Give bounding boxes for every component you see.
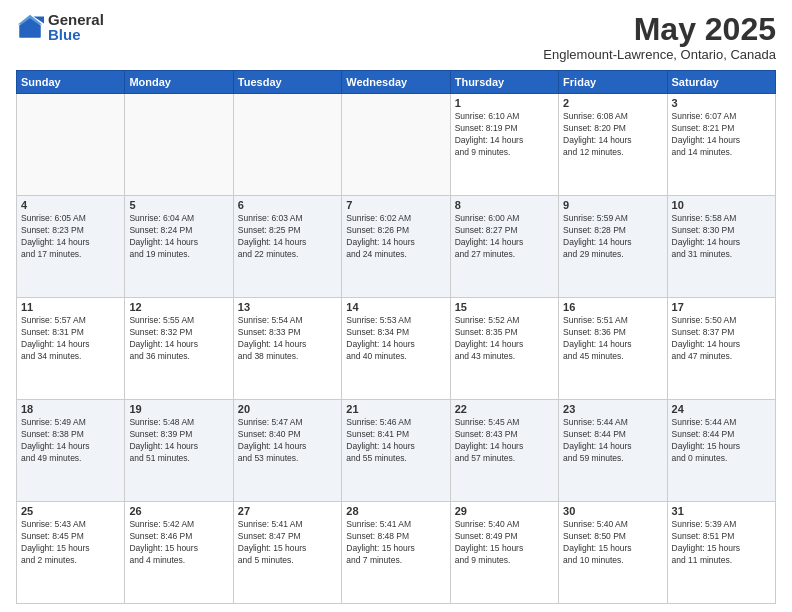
- logo-general-text: General: [48, 12, 104, 27]
- day-number: 11: [21, 301, 120, 313]
- day-number: 16: [563, 301, 662, 313]
- day-number: 19: [129, 403, 228, 415]
- calendar-week-1: 1Sunrise: 6:10 AM Sunset: 8:19 PM Daylig…: [17, 94, 776, 196]
- calendar-cell: 13Sunrise: 5:54 AM Sunset: 8:33 PM Dayli…: [233, 298, 341, 400]
- day-info: Sunrise: 5:53 AM Sunset: 8:34 PM Dayligh…: [346, 315, 445, 363]
- day-info: Sunrise: 6:07 AM Sunset: 8:21 PM Dayligh…: [672, 111, 771, 159]
- day-number: 24: [672, 403, 771, 415]
- day-number: 20: [238, 403, 337, 415]
- day-number: 30: [563, 505, 662, 517]
- day-number: 3: [672, 97, 771, 109]
- day-info: Sunrise: 5:41 AM Sunset: 8:47 PM Dayligh…: [238, 519, 337, 567]
- month-title: May 2025: [543, 12, 776, 47]
- day-info: Sunrise: 5:44 AM Sunset: 8:44 PM Dayligh…: [672, 417, 771, 465]
- day-info: Sunrise: 6:05 AM Sunset: 8:23 PM Dayligh…: [21, 213, 120, 261]
- calendar-week-2: 4Sunrise: 6:05 AM Sunset: 8:23 PM Daylig…: [17, 196, 776, 298]
- day-number: 25: [21, 505, 120, 517]
- calendar-cell: 21Sunrise: 5:46 AM Sunset: 8:41 PM Dayli…: [342, 400, 450, 502]
- calendar-cell: 8Sunrise: 6:00 AM Sunset: 8:27 PM Daylig…: [450, 196, 558, 298]
- calendar-cell: [233, 94, 341, 196]
- day-info: Sunrise: 5:50 AM Sunset: 8:37 PM Dayligh…: [672, 315, 771, 363]
- day-info: Sunrise: 5:42 AM Sunset: 8:46 PM Dayligh…: [129, 519, 228, 567]
- day-number: 15: [455, 301, 554, 313]
- day-number: 6: [238, 199, 337, 211]
- calendar-table: Sunday Monday Tuesday Wednesday Thursday…: [16, 70, 776, 604]
- day-info: Sunrise: 5:51 AM Sunset: 8:36 PM Dayligh…: [563, 315, 662, 363]
- location-subtitle: Englemount-Lawrence, Ontario, Canada: [543, 47, 776, 62]
- day-number: 12: [129, 301, 228, 313]
- logo-icon: [16, 13, 44, 41]
- header: General Blue May 2025 Englemount-Lawrenc…: [16, 12, 776, 62]
- page: General Blue May 2025 Englemount-Lawrenc…: [0, 0, 792, 612]
- calendar-cell: [17, 94, 125, 196]
- calendar-cell: 2Sunrise: 6:08 AM Sunset: 8:20 PM Daylig…: [559, 94, 667, 196]
- day-number: 4: [21, 199, 120, 211]
- header-sunday: Sunday: [17, 71, 125, 94]
- header-monday: Monday: [125, 71, 233, 94]
- calendar-week-4: 18Sunrise: 5:49 AM Sunset: 8:38 PM Dayli…: [17, 400, 776, 502]
- day-number: 2: [563, 97, 662, 109]
- day-info: Sunrise: 6:00 AM Sunset: 8:27 PM Dayligh…: [455, 213, 554, 261]
- header-thursday: Thursday: [450, 71, 558, 94]
- calendar-cell: 3Sunrise: 6:07 AM Sunset: 8:21 PM Daylig…: [667, 94, 775, 196]
- day-info: Sunrise: 6:04 AM Sunset: 8:24 PM Dayligh…: [129, 213, 228, 261]
- day-info: Sunrise: 5:57 AM Sunset: 8:31 PM Dayligh…: [21, 315, 120, 363]
- calendar-cell: 16Sunrise: 5:51 AM Sunset: 8:36 PM Dayli…: [559, 298, 667, 400]
- calendar-cell: [342, 94, 450, 196]
- day-info: Sunrise: 6:10 AM Sunset: 8:19 PM Dayligh…: [455, 111, 554, 159]
- logo-blue-text: Blue: [48, 27, 104, 42]
- day-number: 10: [672, 199, 771, 211]
- calendar-cell: 15Sunrise: 5:52 AM Sunset: 8:35 PM Dayli…: [450, 298, 558, 400]
- calendar-cell: 30Sunrise: 5:40 AM Sunset: 8:50 PM Dayli…: [559, 502, 667, 604]
- calendar-week-5: 25Sunrise: 5:43 AM Sunset: 8:45 PM Dayli…: [17, 502, 776, 604]
- day-number: 7: [346, 199, 445, 211]
- day-info: Sunrise: 5:40 AM Sunset: 8:50 PM Dayligh…: [563, 519, 662, 567]
- day-number: 14: [346, 301, 445, 313]
- day-info: Sunrise: 5:49 AM Sunset: 8:38 PM Dayligh…: [21, 417, 120, 465]
- day-info: Sunrise: 5:40 AM Sunset: 8:49 PM Dayligh…: [455, 519, 554, 567]
- svg-rect-2: [20, 25, 41, 37]
- calendar-cell: 10Sunrise: 5:58 AM Sunset: 8:30 PM Dayli…: [667, 196, 775, 298]
- day-number: 5: [129, 199, 228, 211]
- calendar-cell: [125, 94, 233, 196]
- calendar-cell: 9Sunrise: 5:59 AM Sunset: 8:28 PM Daylig…: [559, 196, 667, 298]
- day-number: 9: [563, 199, 662, 211]
- day-info: Sunrise: 5:47 AM Sunset: 8:40 PM Dayligh…: [238, 417, 337, 465]
- calendar-header-row: Sunday Monday Tuesday Wednesday Thursday…: [17, 71, 776, 94]
- day-number: 29: [455, 505, 554, 517]
- calendar-cell: 14Sunrise: 5:53 AM Sunset: 8:34 PM Dayli…: [342, 298, 450, 400]
- day-info: Sunrise: 5:45 AM Sunset: 8:43 PM Dayligh…: [455, 417, 554, 465]
- calendar-cell: 23Sunrise: 5:44 AM Sunset: 8:44 PM Dayli…: [559, 400, 667, 502]
- header-wednesday: Wednesday: [342, 71, 450, 94]
- day-info: Sunrise: 5:55 AM Sunset: 8:32 PM Dayligh…: [129, 315, 228, 363]
- day-number: 17: [672, 301, 771, 313]
- header-saturday: Saturday: [667, 71, 775, 94]
- day-number: 22: [455, 403, 554, 415]
- logo: General Blue: [16, 12, 104, 42]
- calendar-cell: 1Sunrise: 6:10 AM Sunset: 8:19 PM Daylig…: [450, 94, 558, 196]
- calendar-cell: 18Sunrise: 5:49 AM Sunset: 8:38 PM Dayli…: [17, 400, 125, 502]
- day-info: Sunrise: 5:58 AM Sunset: 8:30 PM Dayligh…: [672, 213, 771, 261]
- day-info: Sunrise: 5:43 AM Sunset: 8:45 PM Dayligh…: [21, 519, 120, 567]
- header-tuesday: Tuesday: [233, 71, 341, 94]
- calendar-cell: 12Sunrise: 5:55 AM Sunset: 8:32 PM Dayli…: [125, 298, 233, 400]
- calendar-cell: 7Sunrise: 6:02 AM Sunset: 8:26 PM Daylig…: [342, 196, 450, 298]
- day-number: 23: [563, 403, 662, 415]
- calendar-cell: 4Sunrise: 6:05 AM Sunset: 8:23 PM Daylig…: [17, 196, 125, 298]
- day-info: Sunrise: 5:48 AM Sunset: 8:39 PM Dayligh…: [129, 417, 228, 465]
- day-info: Sunrise: 5:59 AM Sunset: 8:28 PM Dayligh…: [563, 213, 662, 261]
- day-info: Sunrise: 5:39 AM Sunset: 8:51 PM Dayligh…: [672, 519, 771, 567]
- logo-text: General Blue: [48, 12, 104, 42]
- day-info: Sunrise: 6:03 AM Sunset: 8:25 PM Dayligh…: [238, 213, 337, 261]
- day-info: Sunrise: 5:46 AM Sunset: 8:41 PM Dayligh…: [346, 417, 445, 465]
- calendar-cell: 31Sunrise: 5:39 AM Sunset: 8:51 PM Dayli…: [667, 502, 775, 604]
- day-number: 1: [455, 97, 554, 109]
- day-number: 21: [346, 403, 445, 415]
- calendar-cell: 27Sunrise: 5:41 AM Sunset: 8:47 PM Dayli…: [233, 502, 341, 604]
- calendar-cell: 6Sunrise: 6:03 AM Sunset: 8:25 PM Daylig…: [233, 196, 341, 298]
- calendar-cell: 19Sunrise: 5:48 AM Sunset: 8:39 PM Dayli…: [125, 400, 233, 502]
- calendar-cell: 26Sunrise: 5:42 AM Sunset: 8:46 PM Dayli…: [125, 502, 233, 604]
- day-info: Sunrise: 5:54 AM Sunset: 8:33 PM Dayligh…: [238, 315, 337, 363]
- day-info: Sunrise: 6:02 AM Sunset: 8:26 PM Dayligh…: [346, 213, 445, 261]
- day-number: 28: [346, 505, 445, 517]
